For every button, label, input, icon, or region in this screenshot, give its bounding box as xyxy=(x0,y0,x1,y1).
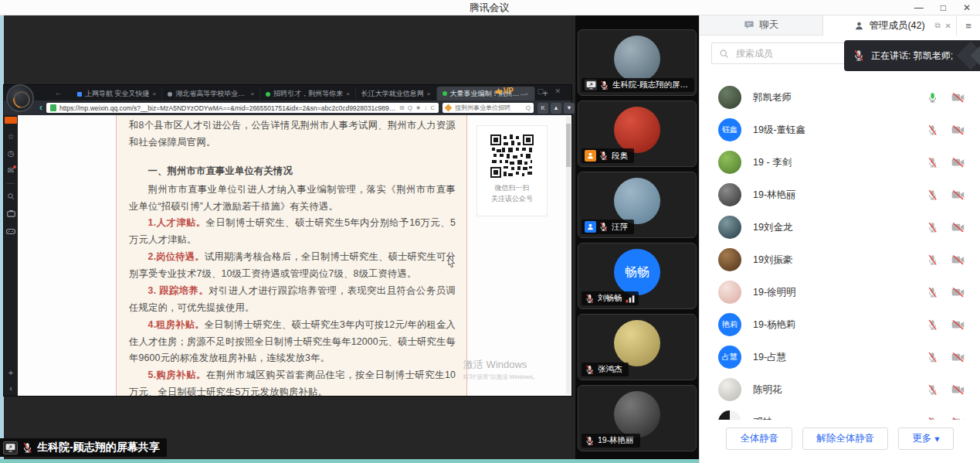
article-intro: 和8个县市区人才引进公告，公告详情见荆州市人事考试网、荆州市人力资源和社会保障局… xyxy=(129,117,456,151)
url-action-icons[interactable]: ⊞Q★↓C xyxy=(399,104,435,111)
toolbar-button[interactable]: ▼ xyxy=(564,103,575,114)
member-row[interactable]: 陈明花 xyxy=(700,373,980,406)
url-icon[interactable]: ↓ xyxy=(424,104,427,111)
browser-tab[interactable]: 上网导航 安全又快捷 × xyxy=(72,87,162,100)
popout-panel-icon[interactable]: ⧉ xyxy=(934,21,940,30)
page-scrollbar[interactable] xyxy=(566,117,571,394)
camera-icon[interactable] xyxy=(951,254,965,265)
toolbar-button[interactable]: ▲ xyxy=(551,103,561,114)
tab-close-icon[interactable]: × xyxy=(251,90,255,97)
favorites-icon[interactable]: ☆ xyxy=(8,133,15,141)
video-tile[interactable]: 19-林艳丽 xyxy=(578,385,697,451)
url-icon[interactable]: ★ xyxy=(415,104,421,111)
member-row[interactable]: 郭凯老师 xyxy=(700,81,980,114)
browser-tab[interactable]: 招聘引才，荆州等你来 × xyxy=(260,87,356,100)
close-button[interactable]: ✕ xyxy=(963,2,971,13)
tab-close-icon[interactable]: × xyxy=(153,90,157,97)
tab-close-icon[interactable]: × xyxy=(346,90,350,97)
camera-icon[interactable] xyxy=(951,384,965,395)
maximize-button[interactable]: □ xyxy=(941,2,946,13)
tab-chat[interactable]: 聊天 xyxy=(700,15,823,36)
mic-icon[interactable] xyxy=(927,254,938,266)
member-row[interactable]: 19-徐明明 xyxy=(700,276,980,308)
mail-icon[interactable]: ✉ xyxy=(8,167,14,175)
browser-toolbar-buttons[interactable]: K▲▼A▦ xyxy=(537,103,575,114)
speaking-toast-text: 正在讲话: 郭凯老师; xyxy=(871,49,953,63)
mic-icon[interactable] xyxy=(927,189,938,201)
tab-manage-members[interactable]: 管理成员(42) ⧉ ✕ xyxy=(823,15,956,36)
mic-icon[interactable] xyxy=(927,287,938,298)
url-icon[interactable]: ⊞ xyxy=(399,104,405,111)
sidebar-add-button[interactable]: + xyxy=(8,368,13,377)
camera-icon[interactable] xyxy=(951,189,965,200)
browser-tab[interactable]: 湖北省高等学校毕业生... × xyxy=(162,87,260,100)
toolbar-button[interactable]: K xyxy=(537,103,548,114)
mic-icon[interactable] xyxy=(927,352,938,363)
shared-browser-window: ← 上网导航 安全又快捷 × 湖北省高等学校毕业生... × 招聘引才，荆州等你… xyxy=(4,85,571,396)
browser-search-box[interactable]: Q xyxy=(443,103,534,113)
history-icon[interactable]: ◷ xyxy=(8,150,15,158)
mic-icon[interactable] xyxy=(927,319,938,331)
article-page: 和8个县市区人才引进公告，公告详情见荆州市人事考试网、荆州市人力资源和社会保障局… xyxy=(18,115,571,396)
avatar xyxy=(718,86,741,109)
gamepad-icon[interactable] xyxy=(6,228,15,237)
back-button[interactable]: ‹ xyxy=(39,100,42,115)
member-row[interactable]: 19刘金龙 xyxy=(700,211,980,243)
caret-down-icon: ▾ xyxy=(934,433,939,444)
workspace-icon[interactable] xyxy=(7,209,15,219)
url-icon[interactable]: C xyxy=(430,104,435,111)
search-go-icon[interactable]: Q xyxy=(526,104,531,111)
mute-all-button[interactable]: 全体静音 xyxy=(726,427,792,450)
member-row[interactable]: 占慧 19-占慧 xyxy=(700,341,980,373)
search-icon[interactable] xyxy=(7,192,15,200)
mic-icon[interactable] xyxy=(927,124,938,136)
sidebar-collapse-button[interactable]: ‹ xyxy=(8,383,13,393)
article-paragraph: 2.岗位待遇。试用期满考核合格后，全日制博士研究生、硕士研究生可分别享受专业技术… xyxy=(129,249,456,283)
browser-search-input[interactable] xyxy=(453,104,524,112)
camera-icon[interactable] xyxy=(951,287,965,298)
close-panel-icon[interactable]: ✕ xyxy=(945,22,951,30)
camera-icon[interactable] xyxy=(951,319,965,330)
mic-icon[interactable] xyxy=(927,157,938,169)
browser-logo[interactable] xyxy=(6,84,34,112)
scrollbar-thumb[interactable] xyxy=(566,124,571,167)
video-strip: 生科院-顾志翔的屏幕... 段奥 汪萍 畅畅 刘畅畅 xyxy=(575,15,699,459)
video-tile[interactable]: 生科院-顾志翔的屏幕... xyxy=(578,29,697,96)
vip-badge[interactable]: VP xyxy=(496,87,514,95)
camera-icon[interactable] xyxy=(951,124,965,135)
video-tile[interactable]: 畅畅 刘畅畅 xyxy=(578,243,697,309)
mic-icon[interactable] xyxy=(927,222,938,233)
url-text[interactable]: https://mp.weixin.qq.com/s?__biz=MzA5NDY… xyxy=(59,104,396,112)
app-title: 腾讯会议 xyxy=(469,0,509,15)
member-row[interactable]: 邓杖 xyxy=(700,406,980,420)
camera-icon[interactable] xyxy=(951,92,965,103)
member-row[interactable]: 19 - 李剑 xyxy=(700,146,980,179)
browser-tab[interactable]: 长江大学就业信息网 × xyxy=(356,87,437,100)
member-row[interactable]: 艳莉 19-杨艳莉 xyxy=(700,308,980,341)
url-field[interactable]: https://mp.weixin.qq.com/s?__biz=MzA5NDY… xyxy=(46,103,439,113)
tencent-meeting-window: 腾讯会议 — □ ✕ ← 上网导航 安全又快捷 × 湖北省高等学校毕业生... … xyxy=(0,0,980,463)
tab-close-icon[interactable]: × xyxy=(427,90,431,97)
mic-icon[interactable] xyxy=(927,92,938,104)
video-tile[interactable]: 张鸿杰 xyxy=(578,314,697,380)
camera-icon[interactable] xyxy=(951,157,965,168)
tab-back-icon[interactable]: ← xyxy=(55,88,63,97)
mic-icon[interactable] xyxy=(927,384,938,396)
avatar xyxy=(718,378,741,401)
more-button[interactable]: 更多▾ xyxy=(898,427,953,450)
mic-muted-icon xyxy=(599,80,609,90)
member-row[interactable]: 19-林艳丽 xyxy=(700,179,980,211)
browser-window-controls[interactable]: ▁ ▢ ✕ xyxy=(521,87,565,95)
video-tile[interactable]: 段奥 xyxy=(578,100,697,167)
unmute-all-button[interactable]: 解除全体静音 xyxy=(802,427,888,450)
member-row[interactable]: 19刘振豪 xyxy=(700,243,980,276)
video-tile[interactable]: 汪萍 xyxy=(578,172,697,238)
panel-menu-button[interactable]: ≡ xyxy=(956,15,980,36)
camera-icon[interactable] xyxy=(951,352,965,363)
minimize-button[interactable]: — xyxy=(914,2,924,13)
member-row[interactable]: 钰鑫 19级-董钰鑫 xyxy=(700,114,980,146)
search-icon xyxy=(719,49,729,59)
url-icon[interactable]: Q xyxy=(408,104,412,111)
camera-icon[interactable] xyxy=(951,222,965,233)
promo-tag[interactable] xyxy=(5,117,17,124)
